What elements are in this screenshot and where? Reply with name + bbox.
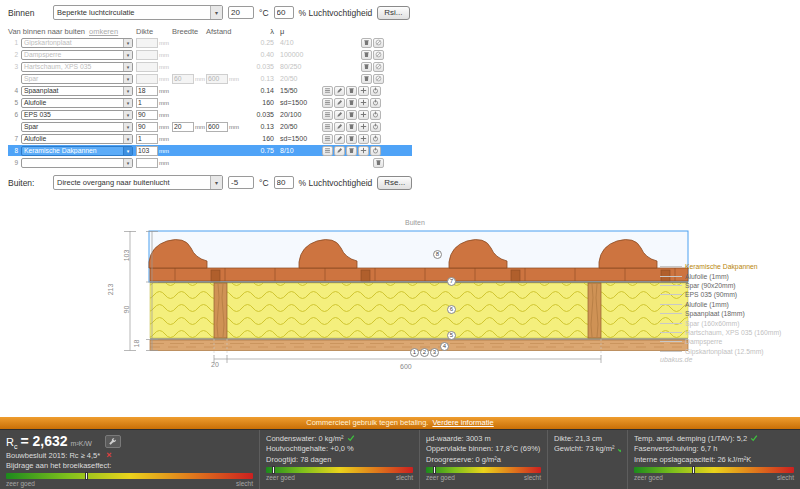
dikte-input[interactable] xyxy=(136,134,158,144)
outside-airflow-select[interactable]: Directe overgang naar buitenlucht ▾ xyxy=(53,175,223,190)
material-name: Spar xyxy=(22,75,123,82)
breedte-input[interactable] xyxy=(172,74,194,84)
layer-row: 2Dampsperre▾mm0.40100000 xyxy=(8,49,412,60)
menu-icon[interactable] xyxy=(322,146,333,156)
pencil-icon[interactable] xyxy=(334,86,345,96)
power-icon[interactable] xyxy=(370,98,381,108)
outside-humidity-input[interactable] xyxy=(274,176,294,189)
afstand-input[interactable] xyxy=(206,74,228,84)
material-select[interactable]: Hartschaum, XPS 035▾ xyxy=(21,62,133,72)
pencil-icon[interactable] xyxy=(334,122,345,132)
material-select[interactable]: Alufolie▾ xyxy=(21,134,133,144)
leader-line xyxy=(660,285,682,286)
layer-label: Gipskartonplaat (12.5mm) xyxy=(660,347,781,356)
scale-good-label: zeer goed xyxy=(6,480,35,487)
material-select[interactable]: Dampsperre▾ xyxy=(21,50,133,60)
pencil-icon[interactable] xyxy=(334,98,345,108)
dikte-input[interactable] xyxy=(136,122,158,132)
dikte-input[interactable] xyxy=(136,86,158,96)
inside-temp-input[interactable] xyxy=(228,6,254,19)
layer-row: 5Alufolie▾mm160sd=1500 xyxy=(8,97,412,108)
values-column: μd-waarde: 3003 m Oppervlakte binnen: 17… xyxy=(420,430,548,489)
dikte-input[interactable] xyxy=(136,98,158,108)
trash-icon[interactable] xyxy=(361,62,372,72)
license-notice: Commercieel gebruik tegen betaling.Verde… xyxy=(0,417,800,429)
power-icon[interactable] xyxy=(370,86,381,96)
wrench-button[interactable] xyxy=(105,435,121,448)
trash-icon[interactable] xyxy=(361,38,372,48)
dikte-input[interactable] xyxy=(136,38,158,48)
material-select[interactable]: Spaanplaat▾ xyxy=(21,86,133,96)
breedte-header: Breedte xyxy=(172,27,206,36)
ghg-scale-bar xyxy=(6,473,253,479)
trash-icon[interactable] xyxy=(361,50,372,60)
trash-icon[interactable] xyxy=(346,86,357,96)
plus-icon[interactable] xyxy=(358,86,369,96)
chevron-down-icon: ▾ xyxy=(210,176,222,189)
layer-label: Keramische Dakpannen xyxy=(660,262,781,271)
breedte-input[interactable] xyxy=(172,122,194,132)
outside-label: Buiten: xyxy=(8,178,48,188)
trash-icon[interactable] xyxy=(346,134,357,144)
material-select[interactable]: EPS 035▾ xyxy=(21,110,133,120)
material-select[interactable]: ▾ xyxy=(21,158,133,168)
menu-icon[interactable] xyxy=(322,134,333,144)
layer-number: 5 xyxy=(8,99,21,106)
trash-icon[interactable] xyxy=(346,146,357,156)
dikte-input[interactable] xyxy=(136,110,158,120)
layer-marker: 3 xyxy=(430,348,439,357)
layer-label: Spar (90x20mm) xyxy=(660,281,781,290)
dikte-input[interactable] xyxy=(136,62,158,72)
menu-icon[interactable] xyxy=(322,98,333,108)
reverse-link[interactable]: omkeren xyxy=(89,27,118,36)
plus-icon[interactable] xyxy=(358,134,369,144)
plus-icon[interactable] xyxy=(358,122,369,132)
layer-row: 4Spaanplaat▾mm0.1415/50 xyxy=(8,85,412,96)
power-icon[interactable] xyxy=(370,146,381,156)
menu-icon[interactable] xyxy=(322,86,333,96)
rsi-button[interactable]: Rsi... xyxy=(377,6,409,20)
dikte-input[interactable] xyxy=(136,74,158,84)
pencil-icon[interactable] xyxy=(334,110,345,120)
trash-icon[interactable] xyxy=(373,158,384,168)
layer-row: 7Alufolie▾mm160sd=1500 xyxy=(8,133,412,144)
power-icon[interactable] xyxy=(370,134,381,144)
dikte-input[interactable] xyxy=(136,146,158,156)
trash-icon[interactable] xyxy=(346,110,357,120)
plus-icon[interactable] xyxy=(358,146,369,156)
ban-icon[interactable] xyxy=(373,38,384,48)
material-select[interactable]: Alufolie▾ xyxy=(21,98,133,108)
houtvocht-line: Houtvochtigehalte: +0,0 % xyxy=(266,444,413,455)
ban-icon[interactable] xyxy=(373,50,384,60)
power-icon[interactable] xyxy=(370,110,381,120)
inside-humidity-input[interactable] xyxy=(274,6,294,19)
rse-button[interactable]: Rse... xyxy=(377,176,412,190)
material-select[interactable]: Keramische Dakpannen▾ xyxy=(21,146,133,156)
dikte-input[interactable] xyxy=(136,50,158,60)
dikte-input[interactable] xyxy=(136,158,158,168)
material-select[interactable]: Spar▾ xyxy=(21,74,133,84)
check-icon xyxy=(347,434,355,442)
droogtijd-line: Droogtijd: 78 dagen xyxy=(266,454,413,465)
trash-icon[interactable] xyxy=(346,98,357,108)
inside-airflow-select[interactable]: Beperkte luchtcirculatie ▾ xyxy=(53,5,223,20)
layer-row: 3Hartschaum, XPS 035▾mm0.03580/250 xyxy=(8,61,412,72)
notice-link[interactable]: Verdere informatie xyxy=(432,418,493,427)
menu-icon[interactable] xyxy=(322,122,333,132)
layer-marker: 1 xyxy=(410,348,419,357)
material-select[interactable]: Spar▾ xyxy=(21,122,133,132)
ban-icon[interactable] xyxy=(373,62,384,72)
trash-icon[interactable] xyxy=(361,74,372,84)
outside-temp-input[interactable] xyxy=(228,176,254,189)
power-icon[interactable] xyxy=(370,122,381,132)
pencil-icon[interactable] xyxy=(334,146,345,156)
ban-icon[interactable] xyxy=(373,74,384,84)
mu-value: 20/50 xyxy=(274,123,318,130)
trash-icon[interactable] xyxy=(346,122,357,132)
afstand-input[interactable] xyxy=(206,122,228,132)
plus-icon[interactable] xyxy=(358,98,369,108)
pencil-icon[interactable] xyxy=(334,134,345,144)
menu-icon[interactable] xyxy=(322,110,333,120)
plus-icon[interactable] xyxy=(358,110,369,120)
material-select[interactable]: Gipskartonplaat▾ xyxy=(21,38,133,48)
